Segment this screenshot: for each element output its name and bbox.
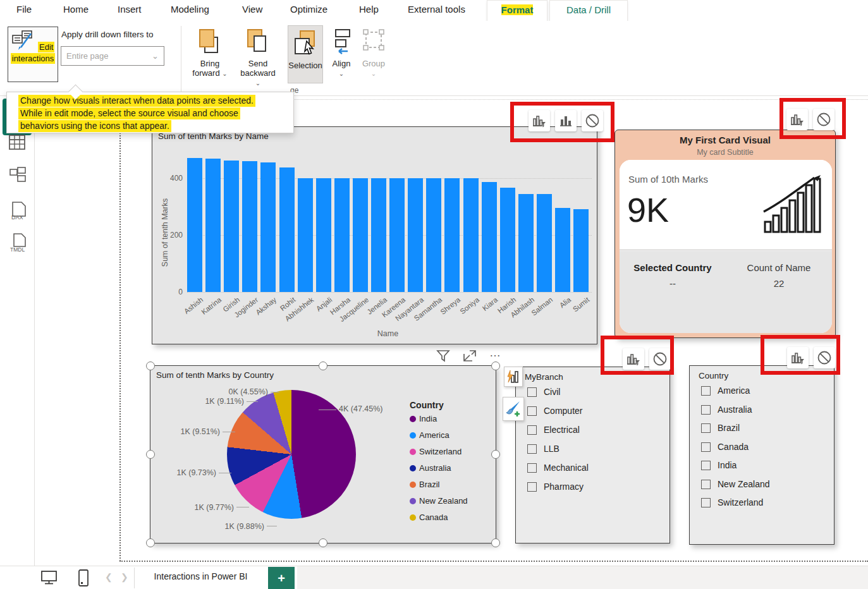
legend-item-india[interactable]: India — [410, 414, 437, 423]
country-item-switzerland[interactable]: Switzerland — [701, 497, 763, 507]
checkbox-unchecked[interactable] — [701, 423, 711, 433]
checkbox-unchecked[interactable] — [527, 482, 537, 492]
bar-rohit[interactable] — [279, 167, 295, 292]
country-item-canada[interactable]: Canada — [701, 442, 749, 452]
selection-handle[interactable] — [146, 538, 155, 547]
none-interaction-icon[interactable] — [814, 347, 835, 368]
format-visual-button[interactable] — [503, 397, 524, 421]
none-interaction-icon[interactable] — [813, 109, 834, 130]
bar-jenelia[interactable] — [371, 178, 386, 292]
legend-item-australia[interactable]: Australia — [410, 463, 451, 473]
dax-query-view-icon[interactable]: DAX — [9, 201, 27, 219]
legend-item-canada[interactable]: Canada — [410, 513, 448, 522]
bring-forward-button[interactable]: Bring forward ⌄ — [192, 28, 228, 78]
filter-interaction-icon[interactable] — [786, 109, 808, 130]
none-interaction-icon[interactable] — [582, 110, 603, 131]
filter-icon[interactable] — [436, 349, 450, 362]
menu-item-view[interactable]: View — [242, 4, 262, 15]
country-item-new-zealand[interactable]: New Zealand — [701, 479, 770, 489]
more-options-icon[interactable]: … — [489, 349, 501, 362]
country-item-america[interactable]: America — [701, 386, 750, 396]
bar-abhishhek[interactable] — [298, 178, 313, 292]
bar-soniya[interactable] — [463, 178, 479, 292]
tmdl-view-icon[interactable]: TMDL — [9, 233, 27, 250]
bar-chart-visual[interactable]: Sum of tenth Marks by Name Sum of tenth … — [152, 126, 597, 344]
desktop-view-icon[interactable] — [40, 569, 58, 588]
legend-item-new-zealand[interactable]: New Zealand — [410, 496, 468, 506]
checkbox-unchecked[interactable] — [527, 444, 537, 454]
pie-chart-visual[interactable]: Sum of tenth Marks by Country 4K (47.45%… — [150, 365, 496, 543]
bar-anjali[interactable] — [316, 178, 331, 292]
model-view-icon[interactable] — [9, 167, 27, 185]
menu-item-external-tools[interactable]: External tools — [408, 4, 465, 15]
checkbox-unchecked[interactable] — [527, 425, 537, 435]
menu-item-home[interactable]: Home — [63, 4, 89, 15]
bar-kiara[interactable] — [482, 182, 497, 292]
checkbox-unchecked[interactable] — [701, 461, 711, 470]
selection-handle[interactable] — [491, 538, 500, 547]
bar-samantha[interactable] — [426, 178, 441, 292]
branch-item-mechanical[interactable]: Mechanical — [527, 463, 589, 473]
filter-interaction-icon[interactable] — [623, 348, 644, 370]
bar-katrina[interactable] — [205, 159, 221, 292]
add-page-button[interactable]: + — [268, 567, 295, 589]
align-button[interactable]: Align⌄ — [327, 28, 355, 78]
country-item-brazil[interactable]: Brazil — [701, 423, 740, 433]
bar-ashish[interactable] — [187, 158, 202, 292]
bar-nayantara[interactable] — [408, 178, 423, 292]
selection-handle[interactable] — [319, 538, 327, 547]
checkbox-unchecked[interactable] — [701, 442, 711, 452]
checkbox-unchecked[interactable] — [527, 463, 537, 473]
bar-salman[interactable] — [537, 194, 552, 292]
apply-drill-dropdown[interactable]: Entire page ⌄ — [61, 46, 164, 66]
branch-item-electrical[interactable]: Electrical — [527, 425, 580, 435]
data-view-icon[interactable] — [9, 134, 27, 152]
prev-page-arrow-icon[interactable]: ❮ — [105, 572, 113, 582]
country-item-india[interactable]: India — [701, 460, 737, 470]
branch-item-civil[interactable]: Civil — [527, 387, 560, 397]
selection-handle[interactable] — [146, 450, 155, 459]
bar-akshay[interactable] — [260, 162, 276, 292]
bar-abhilash[interactable] — [518, 194, 534, 292]
send-backward-button[interactable]: Send backward ⌄ — [237, 28, 279, 87]
bar-joginder[interactable] — [242, 161, 257, 292]
selection-button[interactable]: Selection — [288, 25, 323, 83]
bar-kareena[interactable] — [389, 178, 405, 292]
pie-circle[interactable] — [227, 390, 356, 519]
legend-item-switzerland[interactable]: Switzerland — [410, 447, 462, 456]
branch-item-computer[interactable]: Computer — [527, 406, 582, 416]
bar-harish[interactable] — [500, 188, 515, 292]
selection-handle[interactable] — [491, 361, 500, 370]
legend-item-brazil[interactable]: Brazil — [410, 480, 440, 489]
analyze-insights-button[interactable] — [504, 367, 523, 387]
checkbox-unchecked[interactable] — [527, 406, 537, 416]
menu-item-file[interactable]: File — [16, 4, 32, 15]
menu-item-modeling[interactable]: Modeling — [171, 4, 209, 15]
country-item-australia[interactable]: Australia — [701, 404, 752, 415]
bar-sumit[interactable] — [573, 209, 589, 292]
bar-shreya[interactable] — [444, 178, 460, 292]
menu-item-help[interactable]: Help — [359, 4, 379, 15]
none-interaction-icon[interactable] — [649, 348, 671, 370]
bar-harsha[interactable] — [334, 178, 350, 292]
filter-interaction-icon[interactable] — [529, 110, 550, 131]
branch-item-llb[interactable]: LLB — [527, 444, 559, 454]
branch-slicer-visual[interactable]: MyBranch CivilComputerElectricalLLBMecha… — [515, 367, 670, 543]
highlight-interaction-icon[interactable] — [555, 110, 577, 131]
filter-interaction-icon[interactable] — [787, 347, 809, 368]
checkbox-unchecked[interactable] — [701, 386, 711, 396]
country-slicer-visual[interactable]: Country AmericaAustraliaBrazilCanadaIndi… — [689, 365, 834, 545]
bar-alia[interactable] — [555, 208, 570, 292]
selection-handle[interactable] — [491, 450, 500, 459]
edit-interactions-button[interactable]: Edit interactions — [8, 27, 58, 82]
mobile-view-icon[interactable] — [78, 569, 89, 589]
checkbox-unchecked[interactable] — [701, 498, 711, 507]
selection-handle[interactable] — [146, 361, 155, 370]
card-visual[interactable]: My First Card Visual My card Subtitle Su… — [614, 130, 836, 338]
menu-item-optimize[interactable]: Optimize — [290, 4, 327, 15]
next-page-arrow-icon[interactable]: ❯ — [121, 572, 128, 582]
checkbox-unchecked[interactable] — [701, 480, 711, 489]
page-tab[interactable]: Interactions in Power BI — [142, 571, 259, 581]
bar-girish[interactable] — [224, 161, 239, 292]
checkbox-unchecked[interactable] — [701, 405, 711, 415]
